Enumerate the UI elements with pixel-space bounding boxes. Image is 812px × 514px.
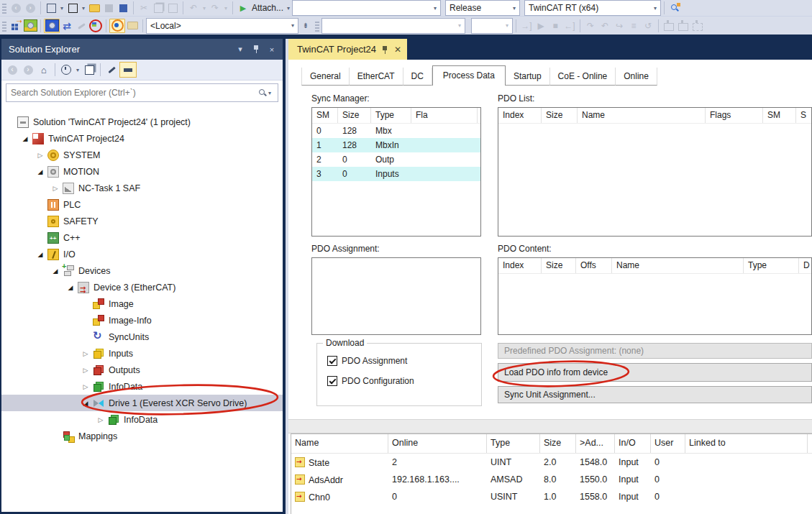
collapse-arrow-icon[interactable]: ◢ — [33, 251, 47, 258]
reload-devices-icon[interactable]: ⇄ — [60, 19, 74, 32]
tab-coe-online[interactable]: CoE - Online — [550, 68, 616, 86]
search-caret-icon[interactable]: ▾ — [266, 90, 273, 96]
variables-table[interactable]: NameOnlineTypeSize>Ad...In/OUserLinked t… — [291, 433, 812, 514]
tree-item-twincat-project24[interactable]: ◢TwinCAT Project24 — [1, 130, 283, 147]
tree-item-motion[interactable]: ◢MOTION — [1, 163, 283, 180]
column-header-type[interactable]: Type — [371, 108, 411, 123]
expand-arrow-icon[interactable]: ▷ — [78, 383, 93, 390]
attach-button[interactable]: Attach... — [252, 3, 283, 13]
pane-splitter[interactable] — [288, 419, 812, 433]
column-header-user[interactable]: User — [651, 434, 685, 453]
solution-explorer-titlebar[interactable]: Solution Explorer ▾ × — [1, 39, 283, 60]
undo-icon[interactable]: ↶ — [186, 1, 201, 14]
tab-ethercat[interactable]: EtherCAT — [350, 68, 403, 86]
tree-item-solution-twincat-project24-1-project[interactable]: Solution 'TwinCAT Project24' (1 project) — [1, 114, 283, 130]
close-icon[interactable]: × — [264, 45, 280, 54]
startup-project-combo[interactable]: ▾ — [292, 0, 441, 16]
toolbar-grip[interactable] — [315, 20, 319, 32]
platform-combo[interactable]: TwinCAT RT (x64)▾ — [524, 0, 661, 16]
save-icon[interactable] — [101, 1, 116, 14]
variable-row-state[interactable]: State2UINT2.01548.0Input0 — [291, 454, 812, 471]
column-header-in-o[interactable]: In/O — [615, 434, 651, 453]
plc-logout-icon[interactable]: ←] — [562, 19, 577, 32]
column-header-name[interactable]: Name — [578, 108, 706, 123]
toolbar-overflow-icon[interactable]: ⇟ — [298, 19, 313, 32]
column-header-offs[interactable]: Offs — [576, 258, 612, 273]
variable-row-adsaddr[interactable]: AdsAddr192.168.1.163....AMSAD8.01550.0In… — [291, 471, 812, 488]
save-all-icon[interactable] — [116, 1, 130, 14]
tab-online[interactable]: Online — [616, 68, 657, 86]
column-header-fla[interactable]: Fla — [411, 108, 478, 123]
tree-item-plc[interactable]: PLC — [1, 196, 283, 213]
tree-item-image-info[interactable]: Image-Info — [1, 312, 283, 329]
sync-manager-header[interactable]: SMSizeTypeFla — [312, 108, 480, 124]
pdo-list-header[interactable]: IndexSizeNameFlagsSMS — [498, 108, 811, 124]
attach-caret-icon[interactable]: ▾ — [285, 5, 292, 12]
column-header-type[interactable]: Type — [744, 258, 799, 273]
pdo-assignment-listbox[interactable] — [311, 257, 481, 335]
column-header-s[interactable]: S — [796, 108, 812, 123]
pdo-content-header[interactable]: IndexSizeOffsNameTypeD — [498, 258, 811, 274]
sync-manager-row[interactable]: 1128MbxIn — [312, 138, 480, 152]
collapse-arrow-icon[interactable]: ◢ — [78, 400, 93, 407]
column-header-size[interactable]: Size — [540, 434, 576, 453]
tree-item-device-3-ethercat[interactable]: ◢Device 3 (EtherCAT) — [1, 279, 283, 295]
expand-arrow-icon[interactable]: ▷ — [78, 367, 93, 374]
tree-item-devices[interactable]: ◢Devices — [1, 262, 283, 279]
toolbar-grip[interactable] — [2, 2, 6, 14]
pending-changes-filter-icon[interactable] — [58, 63, 74, 77]
tree-item-outputs[interactable]: ▷Outputs — [1, 362, 283, 378]
pdo-configuration-checkbox[interactable]: PDO Configuration — [327, 376, 414, 386]
column-header-size[interactable]: Size — [542, 108, 578, 123]
sync-manager-row[interactable]: 0128Mbx — [312, 124, 480, 138]
sync-manager-row[interactable]: 20Outp — [312, 152, 480, 167]
tree-item-drive-1-everest-xcr-servo-drive[interactable]: ◢Drive 1 (Everest XCR Servo Drive) — [1, 395, 283, 411]
tab-pin-icon[interactable] — [382, 45, 388, 54]
window-position-caret-icon[interactable]: ▾ — [232, 45, 248, 54]
tab-close-icon[interactable]: ✕ — [394, 45, 401, 55]
column-header-index[interactable]: Index — [498, 258, 542, 273]
search-magnifier-icon[interactable] — [259, 89, 266, 96]
add-item-caret-icon[interactable]: ▾ — [80, 5, 87, 12]
variables-table-header[interactable]: NameOnlineTypeSize>Ad...In/OUserLinked t… — [291, 434, 812, 454]
column-header-online[interactable]: Online — [388, 434, 487, 453]
plc-project-combo[interactable]: ▾ — [321, 18, 465, 34]
tree-item-i-o[interactable]: ◢I/O — [1, 246, 283, 262]
column-header-name[interactable]: Name — [291, 434, 388, 453]
navigate-back-icon[interactable]: ‹ — [9, 1, 23, 14]
column-header-d[interactable]: D — [799, 258, 812, 273]
tab-dc[interactable]: DC — [403, 68, 432, 86]
pin-icon[interactable] — [248, 45, 264, 55]
cut-icon[interactable]: ✂ — [137, 1, 151, 14]
column-header-ad[interactable]: >Ad... — [576, 434, 615, 453]
variable-row-chn0[interactable]: Chn00USINT1.01558.0Input0 — [291, 488, 812, 505]
expand-arrow-icon[interactable]: ▷ — [48, 185, 63, 192]
pdo-list-table[interactable]: IndexSizeNameFlagsSMS — [498, 107, 812, 237]
home-icon[interactable]: ⌂ — [36, 63, 52, 77]
column-header-linked-to[interactable]: Linked to — [685, 434, 808, 453]
restart-twincat-icon[interactable] — [88, 19, 103, 32]
step-into-icon[interactable]: ↶ — [598, 19, 612, 32]
clean-box-icon[interactable] — [690, 19, 705, 32]
column-header-sm[interactable]: SM — [312, 108, 338, 123]
document-tab[interactable]: TwinCAT Project24 ✕ — [288, 39, 407, 60]
column-header-flags[interactable]: Flags — [706, 108, 763, 123]
plc-login-icon[interactable]: →] — [519, 19, 534, 32]
paste-icon[interactable] — [165, 1, 180, 14]
plc-stop-icon[interactable]: ■ — [548, 19, 562, 32]
tree-item-nc-task-1-saf[interactable]: ▷NC-Task 1 SAF — [1, 180, 283, 196]
sync-manager-row[interactable]: 30Inputs — [312, 167, 480, 181]
column-header-sm[interactable]: SM — [763, 108, 796, 123]
column-header-name[interactable]: Name — [612, 258, 744, 273]
tree-item-infodata[interactable]: ▷InfoData — [1, 411, 283, 428]
sync-unit-assignment-button[interactable]: Sync Unit Assignment... — [498, 386, 812, 403]
collapse-arrow-icon[interactable]: ◢ — [18, 135, 32, 142]
tree-item-syncunits[interactable]: SyncUnits — [1, 329, 283, 345]
generate-mappings-icon[interactable] — [9, 19, 23, 32]
new-item-icon[interactable] — [44, 1, 58, 14]
search-icon[interactable] — [667, 1, 682, 14]
pdo-content-table[interactable]: IndexSizeOffsNameTypeD — [498, 257, 812, 335]
target-system-combo[interactable]: <Local>▾ — [146, 18, 298, 34]
free-run-icon[interactable] — [109, 19, 125, 33]
show-call-stack-icon[interactable]: ≡ — [626, 19, 641, 32]
